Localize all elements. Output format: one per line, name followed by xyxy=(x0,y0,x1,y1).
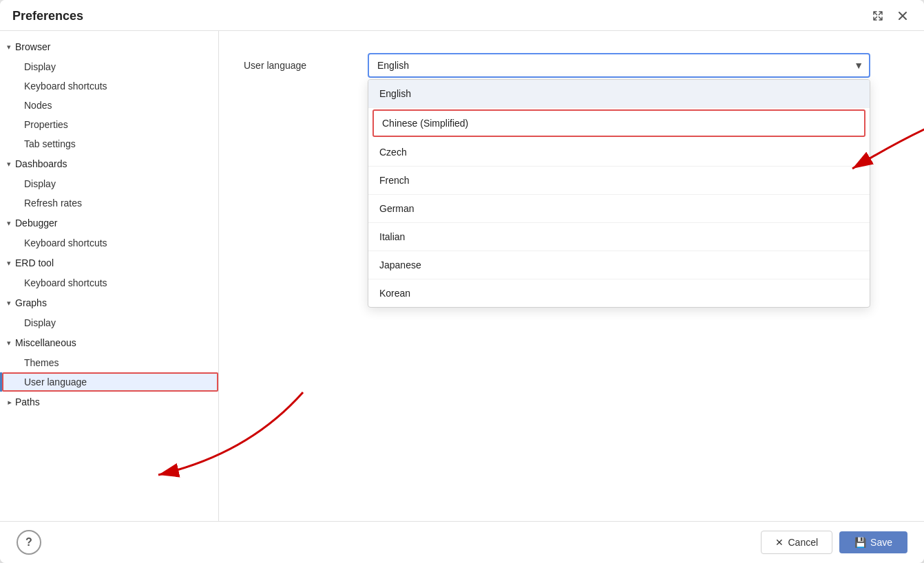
sidebar-item-browser-display[interactable]: Display xyxy=(0,57,218,76)
sidebar-group-header-dashboards[interactable]: ▾Dashboards xyxy=(0,153,218,174)
footer-right: ✕ Cancel 💾 Save xyxy=(761,531,907,554)
user-language-label: User language xyxy=(244,60,368,71)
footer: ? ✕ Cancel 💾 Save xyxy=(0,521,924,563)
sidebar-item-dashboards-refresh-rates[interactable]: Refresh rates xyxy=(0,193,218,213)
sidebar-group-header-erd-tool[interactable]: ▾ERD tool xyxy=(0,253,218,273)
help-button[interactable]: ? xyxy=(17,530,41,555)
dropdown-item-czech[interactable]: Czech xyxy=(368,138,870,167)
title-bar-actions xyxy=(869,8,912,23)
sidebar-group-debugger: ▾DebuggerKeyboard shortcuts xyxy=(0,213,218,253)
sidebar-item-misc-user-language[interactable]: User language xyxy=(0,372,218,392)
language-dropdown: EnglishChinese (Simplified)CzechFrenchGe… xyxy=(368,79,870,308)
sidebar-group-label-debugger: Debugger xyxy=(15,217,58,229)
chevron-icon: ▾ xyxy=(7,219,11,228)
close-button[interactable] xyxy=(894,8,912,23)
dropdown-item-japanese[interactable]: Japanese xyxy=(368,251,870,279)
sidebar-group-header-debugger[interactable]: ▾Debugger xyxy=(0,213,218,233)
sidebar-group-label-browser: Browser xyxy=(15,41,50,52)
sidebar-item-browser-keyboard-shortcuts[interactable]: Keyboard shortcuts xyxy=(0,76,218,96)
chevron-icon: ▾ xyxy=(7,259,11,268)
dropdown-item-korean[interactable]: Korean xyxy=(368,279,870,307)
sidebar-item-browser-tab-settings[interactable]: Tab settings xyxy=(0,134,218,153)
chevron-icon: ▾ xyxy=(7,299,11,308)
footer-left: ? xyxy=(17,530,41,555)
dialog-title: Preferences xyxy=(12,9,83,23)
sidebar-group-graphs: ▾GraphsDisplay xyxy=(0,293,218,332)
sidebar-group-miscellaneous: ▾MiscellaneousThemesUser language xyxy=(0,332,218,392)
sidebar-group-label-miscellaneous: Miscellaneous xyxy=(15,337,76,348)
sidebar-item-dashboards-display[interactable]: Display xyxy=(0,174,218,193)
sidebar-item-erd-keyboard-shortcuts[interactable]: Keyboard shortcuts xyxy=(0,273,218,293)
sidebar-group-header-browser[interactable]: ▾Browser xyxy=(0,36,218,57)
chevron-icon: ▾ xyxy=(7,160,11,169)
save-button[interactable]: 💾 Save xyxy=(839,531,907,553)
main-content: ▾BrowserDisplayKeyboard shortcutsNodesPr… xyxy=(0,31,924,521)
maximize-button[interactable] xyxy=(869,8,887,23)
sidebar-group-label-graphs: Graphs xyxy=(15,297,47,308)
sidebar-group-browser: ▾BrowserDisplayKeyboard shortcutsNodesPr… xyxy=(0,36,218,153)
sidebar-group-header-miscellaneous[interactable]: ▾Miscellaneous xyxy=(0,332,218,353)
chevron-icon: ▾ xyxy=(5,400,14,404)
sidebar-group-label-paths: Paths xyxy=(15,396,40,407)
sidebar-item-graphs-display[interactable]: Display xyxy=(0,313,218,332)
sidebar-group-paths: ▾Paths xyxy=(0,392,218,412)
sidebar-group-label-erd-tool: ERD tool xyxy=(15,257,54,268)
cancel-label: Cancel xyxy=(788,537,818,548)
language-select[interactable]: English xyxy=(368,53,870,78)
language-select-wrapper: English ▼ EnglishChinese (Simplified)Cze… xyxy=(368,53,870,78)
sidebar-item-debugger-keyboard-shortcuts[interactable]: Keyboard shortcuts xyxy=(0,233,218,253)
user-language-row: User language English ▼ EnglishChinese (… xyxy=(244,53,899,78)
dropdown-item-chinese-simplified[interactable]: Chinese (Simplified) xyxy=(372,109,865,137)
dropdown-item-english[interactable]: English xyxy=(368,80,870,108)
sidebar: ▾BrowserDisplayKeyboard shortcutsNodesPr… xyxy=(0,31,219,521)
chevron-icon: ▾ xyxy=(7,339,11,348)
preferences-dialog: Preferences ▾BrowserDisplayKeyboard shor… xyxy=(0,0,924,563)
sidebar-item-browser-nodes[interactable]: Nodes xyxy=(0,96,218,115)
sidebar-group-header-paths[interactable]: ▾Paths xyxy=(0,392,218,412)
save-label: Save xyxy=(870,537,892,548)
sidebar-item-browser-properties[interactable]: Properties xyxy=(0,115,218,134)
sidebar-group-header-graphs[interactable]: ▾Graphs xyxy=(0,293,218,313)
right-panel: User language English ▼ EnglishChinese (… xyxy=(219,31,924,521)
chevron-icon: ▾ xyxy=(7,43,11,52)
cancel-icon: ✕ xyxy=(775,537,784,548)
save-icon: 💾 xyxy=(854,537,866,548)
sidebar-group-label-dashboards: Dashboards xyxy=(15,158,67,169)
sidebar-group-dashboards: ▾DashboardsDisplayRefresh rates xyxy=(0,153,218,213)
cancel-button[interactable]: ✕ Cancel xyxy=(761,531,832,554)
dropdown-item-german[interactable]: German xyxy=(368,195,870,223)
title-bar: Preferences xyxy=(0,0,924,31)
sidebar-item-misc-themes[interactable]: Themes xyxy=(0,353,218,372)
dropdown-item-french[interactable]: French xyxy=(368,167,870,195)
sidebar-group-erd-tool: ▾ERD toolKeyboard shortcuts xyxy=(0,253,218,293)
dropdown-item-italian[interactable]: Italian xyxy=(368,223,870,251)
